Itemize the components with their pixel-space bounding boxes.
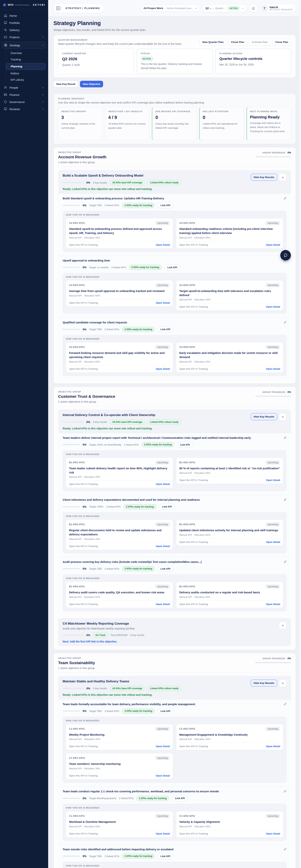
add-key-result-button[interactable]: + <box>279 622 287 629</box>
open-detail-link[interactable]: Open Detail <box>266 368 280 370</box>
shield-icon <box>4 100 7 103</box>
link-kpi-button[interactable]: Link KPI <box>158 327 173 332</box>
sidebar-item-overview[interactable]: Overview <box>6 50 48 56</box>
new-key-result-button[interactable]: New Key Result <box>54 81 78 87</box>
hide-key-results-button[interactable]: Hide Key Results <box>251 680 277 686</box>
hide-key-results-button[interactable]: Hide Key Results <box>251 174 277 181</box>
key-result-block: Team leads formally accountable for team… <box>58 699 291 787</box>
objective-group-card: OBJECTIVE GROUP Account Revenue Growth 1… <box>54 147 296 384</box>
open-detail-link[interactable]: Open Detail <box>156 832 170 835</box>
sidebar-item-people[interactable]: People <box>2 84 46 91</box>
current-quarter-card: CURRENT QUARTER Q2 2026 Quarter 2 2026 <box>58 49 134 74</box>
quarter-label: Q2 ... <box>205 7 212 9</box>
sidebar-item-home[interactable]: Home <box>2 12 46 19</box>
open-detail-link[interactable]: Open Detail <box>266 745 280 748</box>
sidebar-item-projects[interactable]: Projects <box>2 34 46 40</box>
link-kpi-button[interactable]: Link KPI <box>164 265 180 270</box>
kpi-status-badge: Upcoming <box>265 814 280 818</box>
link-kpi-button[interactable]: Link KPI <box>158 853 173 859</box>
activate-plan-button[interactable]: Activate Plan <box>249 39 270 45</box>
kpi-tracking-hint: Open this KPI in Tracking. <box>179 305 209 308</box>
user-role: ACCOUNT MANAGER <box>270 9 293 11</box>
kpi-card: C1-KR2-KPI2 Upcoming Velocity & Capacity… <box>176 811 283 837</box>
chat-button[interactable] <box>280 250 291 260</box>
sidebar-item-finance[interactable]: Finance <box>2 91 46 98</box>
kpi-status-badge: Upcoming <box>155 283 170 287</box>
kpi-allocation: Allocation 60% <box>84 596 100 598</box>
edit-icon[interactable] <box>283 321 287 324</box>
add-key-result-button[interactable]: + <box>279 680 287 687</box>
open-detail-link[interactable]: Open Detail <box>156 483 170 486</box>
edit-icon[interactable] <box>283 436 287 439</box>
link-kpi-button[interactable]: Link KPI <box>172 795 188 801</box>
open-detail-link[interactable]: Open Detail <box>156 545 170 548</box>
edit-icon[interactable] <box>283 197 287 200</box>
scrollbar[interactable] <box>299 0 301 868</box>
open-detail-link[interactable]: Open Detail <box>156 745 170 748</box>
chevron-down-icon <box>41 44 44 46</box>
open-detail-link[interactable]: Open Detail <box>266 832 280 835</box>
user-menu[interactable]: T tuan.le ACCOUNT MANAGER <box>260 4 296 12</box>
open-detail-link[interactable]: Open Detail <box>156 243 170 246</box>
clone-plan-button[interactable]: Clone Plan <box>228 39 247 45</box>
kpi-card: C1-KR1-KPI3 Upcoming Team members’ owner… <box>66 753 173 779</box>
kpi-tracking-hint: Open this KPI in Tracking. <box>69 832 98 835</box>
key-result-linked-count: 2 linked KPIs <box>104 204 119 207</box>
sidebar-item-strategy[interactable]: Strategy <box>2 42 46 49</box>
new-objective-button[interactable]: New Objective <box>80 81 103 87</box>
project-scope-dropdown[interactable]: All Project Work • Across the projects y… <box>141 5 200 11</box>
sidebar-item-kpi-library[interactable]: KPI Library <box>6 76 48 83</box>
add-key-result-button[interactable]: + <box>279 413 287 421</box>
sidebar-item-reviews[interactable]: Reviews <box>2 105 46 113</box>
stat-value: Planning Ready <box>250 115 288 119</box>
link-kpi-button[interactable]: Link KPI <box>159 504 175 509</box>
next-note: Next: Add the first KPI link in this obj… <box>63 640 276 643</box>
sidebar-item-label: Strategy <box>9 44 20 47</box>
sidebar-collapse-icon[interactable] <box>56 6 61 11</box>
open-detail-link[interactable]: Open Detail <box>156 368 170 370</box>
sidebar-item-portfolio[interactable]: Portfolio <box>2 20 46 26</box>
sidebar: SETA INTERNATIONAL SETABI Home Portfolio… <box>0 0 48 868</box>
open-detail-link[interactable]: Open Detail <box>266 603 280 606</box>
current-quarter-text: Quarter 2 2026 <box>62 63 130 67</box>
hide-key-results-button[interactable]: Hide Key Results <box>251 413 277 420</box>
open-detail-link[interactable]: Open Detail <box>266 305 280 308</box>
close-plan-button[interactable]: Close Plan <box>272 39 291 45</box>
kpi-tracking-hint: Open this KPI in Tracking. <box>69 243 98 246</box>
sidebar-item-delivery[interactable]: Delivery <box>2 27 46 33</box>
sidebar-item-governance[interactable]: Governance <box>2 98 46 105</box>
new-quarter-plan-button[interactable]: New Quarter Plan <box>200 39 227 45</box>
measurement-label: HOW THIS KR IS MEASURED <box>66 453 283 455</box>
objective-title: Internal Delivery Control & Co-operate w… <box>63 413 247 417</box>
objective-group-meta: 1 active objective in this group. <box>58 161 106 164</box>
edit-icon[interactable] <box>283 560 287 563</box>
open-detail-link[interactable]: Open Detail <box>156 774 170 777</box>
sidebar-item-rollout[interactable]: Rollout <box>6 70 48 76</box>
kpis-ready-badge: 2 KPIs ready for tracking <box>124 504 156 509</box>
link-kpi-button[interactable]: Link KPI <box>158 566 173 572</box>
sidebar-item-planning[interactable]: Planning <box>6 63 45 70</box>
open-detail-link[interactable]: Open Detail <box>266 479 280 482</box>
kpi-type: Manual KPI <box>69 538 81 540</box>
edit-icon[interactable] <box>283 498 287 501</box>
edit-icon[interactable] <box>283 848 287 851</box>
notifications-button[interactable] <box>249 4 258 12</box>
measurement-label: HOW THIS KR IS MEASURED <box>66 515 283 517</box>
key-result-block: Team leads conduct regular 1:1 check-ins… <box>58 786 291 844</box>
stat-label: NEXT PLANNING MOVE <box>250 110 288 113</box>
open-detail-link[interactable]: Open Detail <box>156 603 170 606</box>
link-kpi-button[interactable]: Link KPI <box>158 203 173 208</box>
quarter-dropdown[interactable]: Q2 ... • Quarter ... ACTIVE <box>203 4 247 12</box>
sidebar-item-tracking[interactable]: Tracking <box>6 56 48 63</box>
edit-icon[interactable] <box>283 703 287 706</box>
group-progress-label: GROUP PROGRESS <box>262 657 285 660</box>
kpi-status-badge: Upcoming <box>155 756 170 760</box>
link-kpi-button[interactable]: Link KPI <box>158 708 173 714</box>
open-detail-link[interactable]: Open Detail <box>266 540 280 544</box>
open-detail-link[interactable]: Open Detail <box>156 301 170 304</box>
edit-icon[interactable] <box>283 790 287 793</box>
add-key-result-button[interactable]: + <box>279 174 287 181</box>
link-kpi-button[interactable]: Link KPI <box>177 442 193 448</box>
kpi-status-badge: Upcoming <box>265 221 280 225</box>
open-detail-link[interactable]: Open Detail <box>266 243 280 246</box>
